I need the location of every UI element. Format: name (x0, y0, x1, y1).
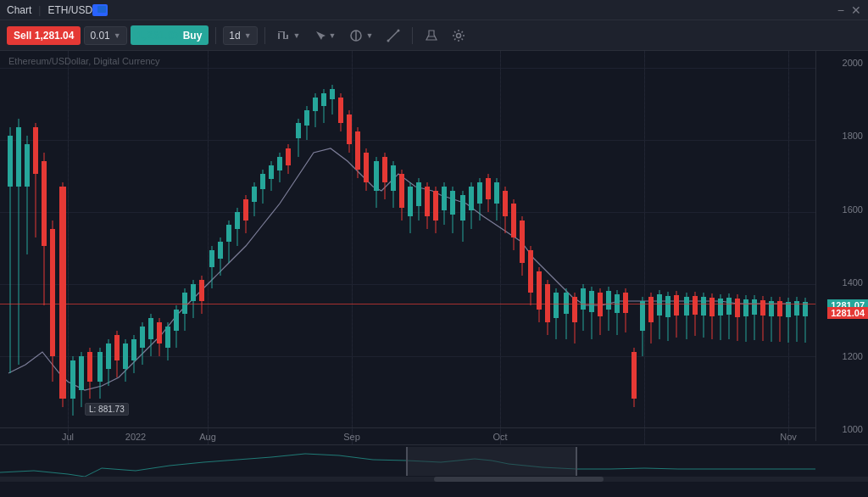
svg-rect-87 (321, 93, 326, 106)
svg-rect-109 (416, 182, 421, 206)
svg-rect-35 (97, 352, 103, 382)
svg-rect-83 (304, 110, 309, 126)
sell-button[interactable]: Sell 1,281.04 (7, 26, 81, 45)
svg-rect-79 (286, 148, 291, 165)
svg-rect-45 (140, 327, 145, 348)
price-tick-1200: 1200 (821, 351, 863, 361)
svg-rect-85 (313, 98, 318, 111)
svg-rect-69 (243, 199, 248, 221)
timeframe-dropdown[interactable]: 1d ▼ (223, 26, 257, 45)
svg-rect-29 (70, 360, 75, 399)
svg-point-13 (457, 33, 461, 37)
pair-label: ETH/USD (47, 4, 92, 16)
time-tick-sep: Sep (343, 432, 360, 442)
svg-rect-159 (632, 352, 637, 399)
toolbar: Sell 1,281.04 0.01 ▼ 1,281.07 Buy 1d ▼ ▼… (0, 20, 868, 51)
minimize-button[interactable]: − (837, 3, 844, 17)
draw-tool-button[interactable] (381, 25, 405, 46)
svg-rect-19 (25, 144, 30, 187)
svg-rect-201 (406, 447, 408, 476)
svg-rect-183 (735, 299, 740, 317)
svg-rect-161 (640, 301, 645, 331)
svg-rect-63 (218, 242, 223, 259)
svg-rect-51 (165, 327, 170, 348)
chart-label: Chart (7, 4, 31, 16)
time-tick-aug: Aug (199, 432, 216, 442)
price-button[interactable]: ▼ (344, 25, 378, 46)
svg-rect-153 (606, 291, 611, 310)
chart-type-button[interactable]: ▼ (272, 25, 306, 46)
svg-rect-111 (425, 187, 430, 216)
svg-rect-103 (391, 165, 396, 191)
svg-rect-71 (252, 187, 257, 202)
svg-rect-31 (79, 356, 84, 390)
time-tick-2022: 2022 (125, 432, 146, 442)
pair-icon[interactable] (92, 4, 108, 16)
svg-rect-39 (114, 335, 120, 360)
svg-rect-200 (407, 447, 576, 476)
separator-3 (412, 27, 413, 44)
svg-rect-3 (278, 31, 283, 32)
svg-rect-33 (87, 352, 92, 382)
svg-rect-149 (589, 291, 594, 312)
svg-rect-145 (572, 297, 577, 322)
cursor-button[interactable]: ▼ (309, 26, 342, 45)
buy-button[interactable]: 1,281.07 Buy (131, 25, 209, 45)
quantity-dropdown[interactable]: 0.01 ▼ (84, 26, 126, 45)
svg-rect-81 (296, 123, 301, 138)
svg-rect-65 (226, 225, 231, 242)
svg-rect-49 (157, 322, 162, 343)
svg-rect-185 (743, 299, 748, 316)
price-line (0, 304, 815, 304)
time-tick-nov: Nov (780, 432, 797, 442)
settings-button[interactable] (447, 25, 470, 46)
indicators-button[interactable] (420, 25, 443, 46)
svg-rect-125 (486, 178, 491, 199)
svg-rect-177 (709, 298, 715, 316)
svg-rect-6 (287, 35, 288, 39)
svg-rect-91 (338, 98, 343, 123)
price-tick-1800: 1800 (821, 131, 863, 141)
price-axis: 2000 1800 1600 1400 1200 1000 (815, 51, 868, 441)
svg-rect-89 (330, 89, 335, 99)
price-tick-1000: 1000 (821, 424, 863, 434)
svg-rect-141 (554, 293, 559, 318)
svg-rect-4 (283, 31, 285, 39)
svg-rect-99 (374, 161, 379, 191)
svg-rect-113 (433, 191, 438, 221)
svg-rect-151 (598, 293, 603, 316)
svg-rect-175 (701, 297, 706, 316)
svg-rect-202 (576, 447, 577, 476)
svg-rect-119 (460, 195, 465, 221)
svg-rect-59 (199, 280, 204, 301)
svg-rect-165 (657, 294, 662, 316)
mini-scrollbar[interactable] (0, 477, 868, 482)
svg-rect-15 (8, 136, 13, 187)
svg-rect-121 (469, 187, 474, 210)
svg-rect-133 (520, 221, 525, 263)
chart-container: Ethereum/USDollar, Digital Currency L: 8… (0, 51, 868, 483)
svg-rect-25 (50, 229, 55, 356)
svg-rect-169 (674, 295, 679, 316)
svg-rect-189 (760, 300, 765, 316)
svg-rect-167 (665, 296, 670, 317)
svg-rect-171 (684, 297, 689, 316)
svg-rect-115 (442, 187, 447, 210)
svg-rect-131 (511, 204, 516, 237)
svg-point-11 (398, 29, 400, 31)
time-tick-jul: Jul (62, 432, 74, 442)
svg-rect-163 (648, 297, 654, 322)
svg-rect-77 (277, 157, 282, 170)
svg-rect-37 (106, 343, 111, 369)
svg-rect-27 (59, 187, 66, 399)
time-axis: Jul 2022 Aug Sep Oct Nov (0, 427, 815, 444)
svg-rect-57 (191, 284, 196, 301)
time-tick-oct: Oct (492, 432, 507, 442)
price-tick-2000: 2000 (821, 58, 863, 68)
svg-rect-129 (503, 191, 508, 216)
close-button[interactable]: ✕ (851, 3, 861, 17)
svg-rect-43 (131, 339, 136, 360)
mini-scrollbar-thumb[interactable] (434, 477, 604, 482)
svg-rect-97 (364, 153, 369, 182)
top-bar: Chart | ETH/USD − ✕ (0, 0, 868, 20)
